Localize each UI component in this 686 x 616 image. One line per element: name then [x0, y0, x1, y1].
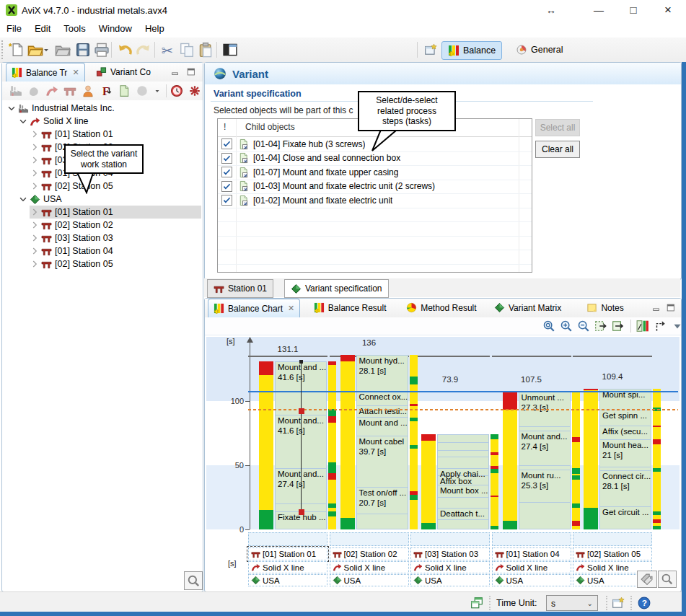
tree-item-02-station-05[interactable]: [02] Station 05: [30, 180, 201, 193]
close-tab-icon[interactable]: ✕: [72, 68, 79, 77]
tree-expander-icon[interactable]: [30, 129, 40, 139]
measure-marker[interactable]: [299, 408, 304, 414]
table-row[interactable]: [01-03] Mount and fixate electric unit (…: [218, 180, 532, 193]
task-segment[interactable]: Deattach t...: [438, 509, 488, 520]
legend-line-cell[interactable]: Solid X line: [492, 561, 571, 573]
tree-item-industrial-metals-inc.[interactable]: Industrial Metals Inc.: [6, 102, 201, 115]
view-tab-notes[interactable]: Notes: [581, 299, 628, 317]
cascade-windows-icon[interactable]: [470, 597, 483, 610]
task-segment[interactable]: [519, 503, 570, 529]
bar-normal-segment[interactable]: [421, 441, 436, 523]
view-tab-balance-tr[interactable]: Balance Tr✕: [6, 63, 85, 82]
bar-valueadd-segment[interactable]: [340, 518, 355, 529]
zoom-out-icon[interactable]: [577, 320, 590, 333]
rotate-layout-icon[interactable]: [654, 320, 667, 333]
view-tab-variant-matrix[interactable]: Variant Matrix: [489, 299, 566, 317]
task-segment[interactable]: Connect cir...28.1 [s]: [600, 471, 651, 507]
clear-all-button[interactable]: Clear all: [535, 141, 580, 158]
tree-item-02-station-05[interactable]: [02] Station 05: [30, 258, 201, 270]
task-segment[interactable]: [357, 514, 408, 529]
menu-tools[interactable]: Tools: [57, 20, 92, 37]
column-header-child-objects[interactable]: Child objects: [245, 122, 295, 132]
folder-disabled-icon[interactable]: [55, 42, 71, 58]
legend-spacer-cell[interactable]: [330, 532, 409, 546]
view-tab-variant-co[interactable]: Variant Co: [91, 63, 156, 81]
legend-station-cell[interactable]: [01] Station 04: [492, 547, 571, 560]
task-segment[interactable]: [438, 451, 488, 457]
menu-edit[interactable]: Edit: [28, 20, 57, 37]
bar-overload-segment[interactable]: [259, 361, 273, 376]
person-icon[interactable]: [82, 84, 94, 97]
legend-line-cell[interactable]: Solid X line: [330, 561, 409, 573]
tree-expander-icon[interactable]: [30, 259, 40, 269]
task-segment[interactable]: [438, 457, 488, 469]
task-segment[interactable]: Mount cabel39.7 [s]: [357, 436, 408, 488]
view-tab-method-result[interactable]: Method Result: [401, 299, 481, 317]
bar-normal-segment[interactable]: [340, 361, 355, 518]
new-window-icon[interactable]: [612, 597, 625, 610]
measure-line-handle[interactable]: [299, 360, 303, 364]
menu-help[interactable]: Help: [138, 20, 171, 37]
perspective-tab-general[interactable]: General: [510, 41, 568, 58]
tree-item-02-station-02[interactable]: [02] Station 02: [30, 219, 201, 232]
document-icon[interactable]: [118, 84, 131, 97]
shape-circle-icon[interactable]: [136, 84, 149, 97]
legend-line-cell[interactable]: Solid X line: [410, 561, 490, 573]
task-segment[interactable]: [438, 435, 488, 443]
checkbox[interactable]: [221, 153, 232, 164]
editor-tab-station-01[interactable]: Station 01: [207, 279, 273, 298]
task-panel[interactable]: Unmount ...27.3 [s]Mount and...27.4 [s]M…: [519, 392, 571, 529]
task-segment[interactable]: Apply chai...: [438, 469, 488, 477]
bar-normal-segment[interactable]: [584, 390, 598, 508]
task-segment[interactable]: Mount hyd...28.1 [s]: [357, 356, 408, 392]
station-icon[interactable]: [63, 84, 76, 97]
open-caret-icon[interactable]: [42, 45, 50, 54]
task-segment[interactable]: Connect ox...: [357, 392, 408, 406]
checkbox[interactable]: [221, 138, 232, 149]
labels-button[interactable]: [637, 571, 657, 588]
chart-zoom-button[interactable]: [658, 571, 677, 588]
task-segment[interactable]: Mount ru...25.3 [s]: [519, 470, 570, 503]
legend-station-cell[interactable]: [02] Station 05: [573, 547, 652, 560]
tree-expander-icon[interactable]: [30, 246, 40, 256]
close-button[interactable]: ×: [658, 3, 678, 17]
bar-normal-segment[interactable]: [259, 375, 273, 510]
gear-icon[interactable]: [188, 84, 201, 97]
clock-icon[interactable]: [170, 84, 183, 97]
cut-icon[interactable]: ✂: [160, 42, 176, 58]
perspective-tab-balance[interactable]: Balance: [441, 41, 502, 60]
bar-valueadd-segment[interactable]: [259, 510, 273, 529]
help-icon[interactable]: ?: [638, 597, 651, 610]
undo-icon[interactable]: [117, 42, 133, 58]
task-segment[interactable]: [438, 520, 488, 529]
view-tab-balance-chart[interactable]: Balance Chart✕: [208, 299, 300, 317]
zoom-in-icon[interactable]: [560, 320, 573, 333]
maximize-button[interactable]: □: [623, 3, 643, 17]
print-icon[interactable]: [94, 42, 110, 58]
maximize-view-icon[interactable]: [185, 67, 197, 77]
task-segment[interactable]: [438, 443, 488, 451]
checkbox[interactable]: [221, 167, 232, 177]
task-segment[interactable]: [438, 498, 488, 508]
legend-plant-cell[interactable]: USA: [410, 574, 490, 586]
tree-expander-icon[interactable]: [6, 103, 17, 113]
tree-expander-icon[interactable]: [30, 142, 40, 152]
menu-window[interactable]: Window: [92, 20, 138, 37]
task-segment[interactable]: Mount and...27.4 [s]: [519, 431, 570, 467]
task-segment[interactable]: Mount box ...: [438, 485, 488, 498]
chart-settings-icon[interactable]: [636, 320, 649, 333]
tree-item-01-station-01[interactable]: [01] Station 01: [30, 206, 201, 219]
redo-icon[interactable]: [136, 42, 151, 58]
legend-plant-cell[interactable]: USA: [248, 574, 327, 586]
minimize-button[interactable]: —: [589, 3, 609, 17]
legend-plant-cell[interactable]: USA: [330, 574, 409, 586]
legend-station-cell[interactable]: [01] Station 01: [248, 547, 327, 560]
layout-split-icon[interactable]: [222, 42, 238, 58]
minimize-view-icon[interactable]: [651, 303, 662, 313]
checkbox[interactable]: [221, 181, 232, 192]
copy-icon[interactable]: [179, 42, 195, 58]
tree-item-01-station-01[interactable]: [01] Station 01: [30, 128, 201, 141]
resource-blob-icon[interactable]: [27, 84, 40, 97]
paste-icon[interactable]: [198, 42, 214, 58]
task-panel[interactable]: Mount hyd...28.1 [s]Connect ox...Attach …: [356, 355, 408, 529]
